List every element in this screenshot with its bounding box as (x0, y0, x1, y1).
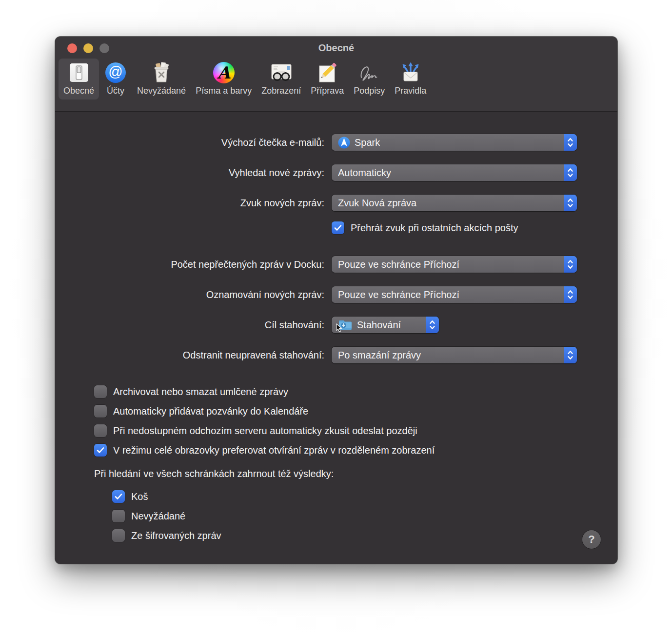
tab-signatures[interactable]: Podpisy (349, 59, 390, 100)
check-new-messages-value: Automaticky (338, 167, 391, 179)
remove-downloads-label: Odstranit neupravená stahování: (55, 350, 324, 361)
junk-checkbox-row[interactable]: Nevyžádané (112, 510, 617, 522)
window-title: Obecné (55, 42, 617, 54)
tab-viewing[interactable]: Zobrazení (257, 59, 306, 100)
tab-junk-label: Nevyžádané (137, 86, 186, 96)
remove-downloads-value: Po smazání zprávy (338, 350, 421, 361)
stepper-chevrons-icon (564, 256, 577, 273)
downloads-folder-icon (338, 319, 353, 331)
composing-pencil-icon (316, 61, 339, 84)
play-sound-checkbox-row[interactable]: Přehrát zvuk při ostatních akcích pošty (332, 221, 617, 234)
checkbox-icon (94, 424, 107, 437)
new-message-sound-value: Zvuk Nová zpráva (338, 198, 416, 209)
junk-trash-icon (150, 61, 173, 84)
play-sound-checkbox-label: Přehrát zvuk při ostatních akcích pošty (351, 222, 518, 234)
spark-app-icon (338, 137, 350, 149)
downloads-folder-label: Cíl stahování: (55, 319, 324, 331)
options-checkbox-group: Archivovat nebo smazat umlčené zprávy Au… (94, 385, 617, 457)
mouse-cursor-icon (336, 323, 342, 335)
stepper-chevrons-icon (426, 317, 439, 333)
tab-signatures-label: Podpisy (354, 86, 385, 96)
desktop-background: Obecné Obecné (0, 0, 672, 637)
new-message-sound-popup[interactable]: Zvuk Nová zpráva (332, 195, 577, 211)
help-button[interactable]: ? (582, 530, 601, 549)
retry-send-checkbox-row[interactable]: Při nedostupném odchozím serveru automat… (94, 424, 617, 437)
row-check-new-messages: Vyhledat nové zprávy: Automaticky (55, 164, 617, 181)
stepper-chevrons-icon (564, 286, 577, 303)
tab-fonts-colors-label: Písma a barvy (196, 86, 252, 96)
checkbox-icon (94, 385, 107, 398)
checkbox-icon (112, 510, 125, 522)
search-results-checkbox-group: Koš Nevyžádané Ze šifrovaných zpráv (112, 490, 617, 542)
checkbox-icon (94, 444, 107, 457)
new-message-notifications-popup[interactable]: Pouze ve schránce Příchozí (332, 286, 577, 303)
tab-accounts-label: Účty (107, 86, 124, 96)
trash-checkbox-label: Koš (131, 491, 148, 502)
row-new-message-sound: Zvuk nových zpráv: Zvuk Nová zpráva (55, 195, 617, 211)
tab-junk[interactable]: Nevyžádané (132, 59, 191, 100)
fullscreen-splitview-checkbox-row[interactable]: V režimu celé obrazovky preferovat otvír… (94, 444, 617, 457)
new-message-notifications-label: Oznamování nových zpráv: (55, 289, 324, 300)
junk-checkbox-label: Nevyžádané (131, 511, 185, 522)
checkbox-icon (94, 405, 107, 418)
stepper-chevrons-icon (564, 134, 577, 151)
fullscreen-splitview-checkbox-label: V režimu celé obrazovky preferovat otvír… (113, 445, 435, 456)
new-message-notifications-value: Pouze ve schránce Příchozí (338, 289, 459, 300)
mail-preferences-window: Obecné Obecné (55, 37, 617, 564)
general-pane: Výchozí čtečka e-mailů: Spark (55, 112, 617, 563)
encrypted-checkbox-label: Ze šifrovaných zpráv (131, 530, 221, 541)
search-results-heading: Při hledání ve všech schránkách zahrnout… (94, 468, 617, 479)
default-email-reader-popup[interactable]: Spark (332, 134, 577, 151)
tab-rules-label: Pravidla (395, 86, 426, 96)
dock-unread-count-label: Počet nepřečtených zpráv v Docku: (55, 259, 324, 270)
default-email-reader-label: Výchozí čtečka e-mailů: (55, 137, 324, 148)
trash-checkbox-row[interactable]: Koš (112, 490, 617, 503)
accounts-icon: @ (104, 61, 127, 84)
default-email-reader-value: Spark (355, 137, 380, 148)
dock-unread-count-popup[interactable]: Pouze ve schránce Příchozí (332, 256, 577, 273)
checkbox-icon (112, 490, 125, 503)
archive-muted-checkbox-row[interactable]: Archivovat nebo smazat umlčené zprávy (94, 385, 617, 398)
tab-general[interactable]: Obecné (59, 59, 99, 100)
svg-text:@: @ (108, 64, 122, 80)
viewing-envelope-glasses-icon (270, 61, 293, 84)
dock-unread-count-value: Pouze ve schránce Příchozí (338, 259, 459, 270)
check-new-messages-label: Vyhledat nové zprávy: (55, 167, 324, 179)
checkbox-icon (112, 529, 125, 542)
check-new-messages-popup[interactable]: Automaticky (332, 164, 577, 181)
row-remove-downloads: Odstranit neupravená stahování: Po smazá… (55, 347, 617, 363)
encrypted-checkbox-row[interactable]: Ze šifrovaných zpráv (112, 529, 617, 542)
row-new-message-notifications: Oznamování nových zpráv: Pouze ve schrán… (55, 286, 617, 303)
stepper-chevrons-icon (564, 347, 577, 363)
remove-downloads-popup[interactable]: Po smazání zprávy (332, 347, 577, 363)
fonts-colors-icon: A (212, 61, 236, 84)
stepper-chevrons-icon (564, 164, 577, 181)
retry-send-checkbox-label: Při nedostupném odchozím serveru automat… (113, 425, 417, 437)
downloads-folder-value: Stahování (357, 319, 401, 331)
tab-accounts[interactable]: @ Účty (99, 59, 132, 100)
general-icon (67, 61, 91, 84)
stepper-chevrons-icon (564, 195, 577, 211)
calendar-invites-checkbox-row[interactable]: Automaticky přidávat pozvánky do Kalendá… (94, 405, 617, 418)
archive-muted-checkbox-label: Archivovat nebo smazat umlčené zprávy (113, 386, 288, 398)
tab-composing[interactable]: Příprava (306, 59, 349, 100)
tab-viewing-label: Zobrazení (261, 86, 301, 96)
window-header: Obecné Obecné (55, 37, 617, 112)
preferences-toolbar: Obecné @ Účty (59, 59, 431, 100)
row-default-email-reader: Výchozí čtečka e-mailů: Spark (55, 134, 617, 151)
tab-fonts-colors[interactable]: A Písma a barvy (191, 59, 257, 100)
tab-general-label: Obecné (63, 86, 94, 96)
tab-rules[interactable]: Pravidla (390, 59, 431, 100)
row-downloads-folder: Cíl stahování: (55, 317, 617, 333)
downloads-folder-popup[interactable]: Stahování (332, 317, 439, 333)
checkbox-icon (332, 221, 344, 234)
signature-icon (357, 61, 381, 84)
new-message-sound-label: Zvuk nových zpráv: (55, 198, 324, 209)
calendar-invites-checkbox-label: Automaticky přidávat pozvánky do Kalendá… (113, 406, 308, 417)
rules-envelope-arrows-icon (399, 61, 422, 84)
tab-composing-label: Příprava (311, 86, 344, 96)
row-dock-unread-count: Počet nepřečtených zpráv v Docku: Pouze … (55, 256, 617, 273)
